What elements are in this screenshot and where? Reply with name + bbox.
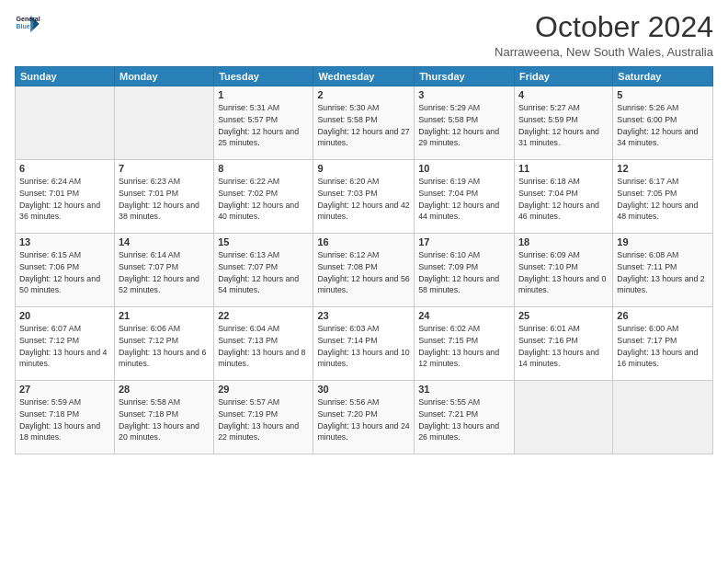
day-number: 3 [418,89,510,100]
day-cell: 22Sunrise: 6:04 AM Sunset: 7:13 PM Dayli… [214,307,313,381]
day-cell: 16Sunrise: 6:12 AM Sunset: 7:08 PM Dayli… [313,234,415,307]
week-row-4: 20Sunrise: 6:07 AM Sunset: 7:12 PM Dayli… [16,307,713,381]
day-number: 20 [19,310,110,321]
day-cell: 2Sunrise: 5:30 AM Sunset: 5:58 PM Daylig… [313,86,415,160]
col-thursday: Thursday [415,67,515,86]
day-cell: 1Sunrise: 5:31 AM Sunset: 5:57 PM Daylig… [214,86,313,160]
day-number: 2 [317,89,410,100]
day-info: Sunrise: 6:24 AM Sunset: 7:01 PM Dayligh… [19,176,110,223]
day-cell [514,381,612,454]
month-title: October 2024 [495,11,713,43]
day-cell: 23Sunrise: 6:03 AM Sunset: 7:14 PM Dayli… [313,307,415,381]
day-number: 4 [518,89,609,100]
col-monday: Monday [114,67,213,86]
day-number: 24 [418,310,510,321]
day-info: Sunrise: 5:29 AM Sunset: 5:58 PM Dayligh… [418,102,510,149]
day-cell: 4Sunrise: 5:27 AM Sunset: 5:59 PM Daylig… [514,86,612,160]
day-info: Sunrise: 6:08 AM Sunset: 7:11 PM Dayligh… [617,249,709,296]
day-cell: 14Sunrise: 6:14 AM Sunset: 7:07 PM Dayli… [114,234,213,307]
week-row-5: 27Sunrise: 5:59 AM Sunset: 7:18 PM Dayli… [16,381,713,454]
location: Narraweena, New South Wales, Australia [495,45,713,59]
day-cell: 3Sunrise: 5:29 AM Sunset: 5:58 PM Daylig… [415,86,515,160]
day-cell: 19Sunrise: 6:08 AM Sunset: 7:11 PM Dayli… [613,234,713,307]
day-number: 10 [418,163,510,174]
day-info: Sunrise: 6:10 AM Sunset: 7:09 PM Dayligh… [418,249,510,296]
day-cell: 24Sunrise: 6:02 AM Sunset: 7:15 PM Dayli… [415,307,515,381]
day-number: 12 [617,163,709,174]
day-info: Sunrise: 5:59 AM Sunset: 7:18 PM Dayligh… [19,396,110,443]
calendar-header: Sunday Monday Tuesday Wednesday Thursday… [16,67,713,86]
day-cell [16,86,115,160]
day-cell: 18Sunrise: 6:09 AM Sunset: 7:10 PM Dayli… [514,234,612,307]
day-info: Sunrise: 6:20 AM Sunset: 7:03 PM Dayligh… [317,176,410,223]
day-info: Sunrise: 6:13 AM Sunset: 7:07 PM Dayligh… [218,249,309,296]
day-info: Sunrise: 6:04 AM Sunset: 7:13 PM Dayligh… [218,323,309,370]
day-number: 27 [19,384,110,395]
day-info: Sunrise: 6:17 AM Sunset: 7:05 PM Dayligh… [617,176,709,223]
calendar-page: General Blue October 2024 Narraweena, Ne… [0,0,728,563]
day-cell: 9Sunrise: 6:20 AM Sunset: 7:03 PM Daylig… [313,160,415,234]
day-info: Sunrise: 6:18 AM Sunset: 7:04 PM Dayligh… [518,176,609,223]
day-cell: 28Sunrise: 5:58 AM Sunset: 7:18 PM Dayli… [114,381,213,454]
week-row-2: 6Sunrise: 6:24 AM Sunset: 7:01 PM Daylig… [16,160,713,234]
day-cell: 25Sunrise: 6:01 AM Sunset: 7:16 PM Dayli… [514,307,612,381]
day-info: Sunrise: 6:22 AM Sunset: 7:02 PM Dayligh… [218,176,309,223]
day-number: 8 [218,163,309,174]
day-cell [613,381,713,454]
day-cell: 20Sunrise: 6:07 AM Sunset: 7:12 PM Dayli… [16,307,115,381]
day-number: 30 [317,384,410,395]
day-info: Sunrise: 5:26 AM Sunset: 6:00 PM Dayligh… [617,102,709,149]
col-friday: Friday [514,67,612,86]
day-number: 21 [119,310,210,321]
day-info: Sunrise: 6:15 AM Sunset: 7:06 PM Dayligh… [19,249,110,296]
day-info: Sunrise: 6:07 AM Sunset: 7:12 PM Dayligh… [19,323,110,370]
logo-icon: General Blue [15,11,40,37]
day-info: Sunrise: 5:55 AM Sunset: 7:21 PM Dayligh… [418,396,510,443]
svg-text:Blue: Blue [17,23,30,29]
day-info: Sunrise: 5:31 AM Sunset: 5:57 PM Dayligh… [218,102,309,149]
day-info: Sunrise: 6:01 AM Sunset: 7:16 PM Dayligh… [518,323,609,370]
day-number: 29 [218,384,309,395]
day-number: 28 [119,384,210,395]
day-number: 14 [119,236,210,247]
week-row-3: 13Sunrise: 6:15 AM Sunset: 7:06 PM Dayli… [16,234,713,307]
day-cell: 11Sunrise: 6:18 AM Sunset: 7:04 PM Dayli… [514,160,612,234]
day-info: Sunrise: 5:58 AM Sunset: 7:18 PM Dayligh… [119,396,210,443]
day-info: Sunrise: 6:02 AM Sunset: 7:15 PM Dayligh… [418,323,510,370]
day-cell: 30Sunrise: 5:56 AM Sunset: 7:20 PM Dayli… [313,381,415,454]
day-number: 6 [19,163,110,174]
logo: General Blue [15,11,40,37]
day-cell: 29Sunrise: 5:57 AM Sunset: 7:19 PM Dayli… [214,381,313,454]
day-number: 25 [518,310,609,321]
day-info: Sunrise: 5:57 AM Sunset: 7:19 PM Dayligh… [218,396,309,443]
svg-text:General: General [17,16,40,22]
day-number: 5 [617,89,709,100]
day-cell: 10Sunrise: 6:19 AM Sunset: 7:04 PM Dayli… [415,160,515,234]
day-number: 16 [317,236,410,247]
day-cell: 15Sunrise: 6:13 AM Sunset: 7:07 PM Dayli… [214,234,313,307]
day-number: 13 [19,236,110,247]
day-number: 18 [518,236,609,247]
day-number: 19 [617,236,709,247]
day-info: Sunrise: 6:06 AM Sunset: 7:12 PM Dayligh… [119,323,210,370]
title-area: October 2024 Narraweena, New South Wales… [495,11,713,59]
day-cell [114,86,213,160]
day-cell: 5Sunrise: 5:26 AM Sunset: 6:00 PM Daylig… [613,86,713,160]
day-number: 22 [218,310,309,321]
day-info: Sunrise: 5:30 AM Sunset: 5:58 PM Dayligh… [317,102,410,149]
day-number: 9 [317,163,410,174]
day-info: Sunrise: 6:19 AM Sunset: 7:04 PM Dayligh… [418,176,510,223]
day-number: 23 [317,310,410,321]
calendar-table: Sunday Monday Tuesday Wednesday Thursday… [15,66,713,454]
col-tuesday: Tuesday [214,67,313,86]
day-number: 7 [119,163,210,174]
day-cell: 17Sunrise: 6:10 AM Sunset: 7:09 PM Dayli… [415,234,515,307]
day-info: Sunrise: 6:00 AM Sunset: 7:17 PM Dayligh… [617,323,709,370]
day-info: Sunrise: 6:12 AM Sunset: 7:08 PM Dayligh… [317,249,410,296]
day-info: Sunrise: 6:09 AM Sunset: 7:10 PM Dayligh… [518,249,609,296]
header-row: Sunday Monday Tuesday Wednesday Thursday… [16,67,713,86]
day-cell: 6Sunrise: 6:24 AM Sunset: 7:01 PM Daylig… [16,160,115,234]
col-sunday: Sunday [16,67,115,86]
col-saturday: Saturday [613,67,713,86]
day-info: Sunrise: 6:23 AM Sunset: 7:01 PM Dayligh… [119,176,210,223]
